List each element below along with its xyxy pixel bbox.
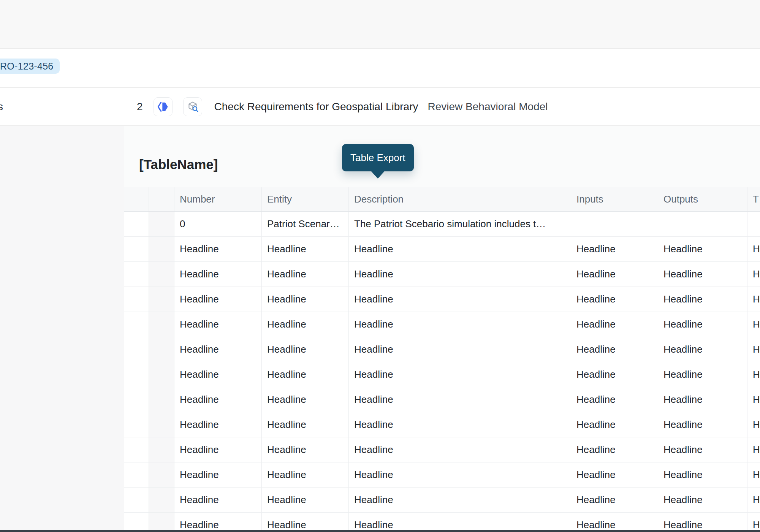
table-cell: Headline xyxy=(262,513,349,532)
table-cell: Headline xyxy=(349,362,571,387)
table-cell: Headline xyxy=(571,287,658,312)
table-cell: Headline xyxy=(658,287,747,312)
cube-search-icon xyxy=(187,101,199,113)
table-cell: Headline xyxy=(571,387,658,412)
table-cell: Headline xyxy=(262,262,349,287)
table-cell: Headline xyxy=(571,462,658,487)
column-header[interactable]: Entity xyxy=(262,187,349,211)
table-cell xyxy=(149,412,174,437)
table-row[interactable]: HeadlineHeadlineHeadlineHeadlineHeadline… xyxy=(124,387,760,412)
table-row[interactable]: HeadlineHeadlineHeadlineHeadlineHeadline… xyxy=(124,312,760,337)
hexagon-button[interactable] xyxy=(154,97,173,116)
tooltip-label: Table Export xyxy=(350,152,405,164)
table-cell: Headline xyxy=(658,488,747,512)
table-row[interactable]: HeadlineHeadlineHeadlineHeadlineHeadline… xyxy=(124,437,760,462)
column-header[interactable]: Description xyxy=(349,187,571,211)
table-cell: Headline xyxy=(747,262,760,287)
badge-row: RO-123-456 xyxy=(0,49,760,87)
table-cell: Headline xyxy=(174,287,262,312)
table-header-row: NumberEntityDescriptionInputsOutputsT xyxy=(124,187,760,212)
table-cell: Headline xyxy=(747,287,760,312)
table-cell xyxy=(149,312,174,337)
table-cell xyxy=(149,387,174,412)
tab-check-requirements[interactable]: Check Requirements for Geospatial Librar… xyxy=(214,101,418,113)
table-cell: Headline xyxy=(349,237,571,261)
table-cell: Headline xyxy=(174,437,262,462)
table-cell: Headline xyxy=(747,462,760,487)
table-row[interactable]: HeadlineHeadlineHeadlineHeadlineHeadline… xyxy=(124,412,760,437)
table-cell: Headline xyxy=(571,488,658,512)
table-cell: Patriot Scenar… xyxy=(262,212,349,236)
table-row[interactable]: HeadlineHeadlineHeadlineHeadlineHeadline… xyxy=(124,237,760,262)
table-cell xyxy=(747,212,760,236)
table-cell xyxy=(149,488,174,512)
table-cell xyxy=(124,437,149,462)
table-row[interactable]: HeadlineHeadlineHeadlineHeadlineHeadline… xyxy=(124,513,760,532)
table-cell: Headline xyxy=(262,462,349,487)
table-cell xyxy=(124,412,149,437)
table-cell xyxy=(124,387,149,412)
table-cell: Headline xyxy=(174,387,262,412)
id-badge[interactable]: RO-123-456 xyxy=(0,59,60,74)
table-cell: Headline xyxy=(349,287,571,312)
item-count: 2 xyxy=(137,101,143,113)
table-cell: Headline xyxy=(658,362,747,387)
column-header[interactable] xyxy=(124,187,149,211)
main-row: [TableName] Table Export NumberEntityDes… xyxy=(0,126,760,532)
table-row[interactable]: HeadlineHeadlineHeadlineHeadlineHeadline… xyxy=(124,362,760,387)
table-cell: Headline xyxy=(262,287,349,312)
data-table: NumberEntityDescriptionInputsOutputsT0Pa… xyxy=(124,187,760,532)
table-cell: Headline xyxy=(747,513,760,532)
table-cell xyxy=(149,337,174,362)
header-band: s 2 Check Requirements for Geospatial Li… xyxy=(0,87,760,126)
table-cell: Headline xyxy=(174,513,262,532)
top-band xyxy=(0,0,760,49)
table-cell: Headline xyxy=(174,412,262,437)
table-cell: Headline xyxy=(658,262,747,287)
column-header[interactable]: Outputs xyxy=(658,187,747,211)
table-row[interactable]: HeadlineHeadlineHeadlineHeadlineHeadline… xyxy=(124,462,760,488)
table-cell: Headline xyxy=(747,337,760,362)
table-cell: Headline xyxy=(174,462,262,487)
table-row[interactable]: HeadlineHeadlineHeadlineHeadlineHeadline… xyxy=(124,337,760,362)
table-cell: Headline xyxy=(349,462,571,487)
table-cell xyxy=(124,287,149,312)
table-row[interactable]: HeadlineHeadlineHeadlineHeadlineHeadline… xyxy=(124,488,760,513)
table-row[interactable]: HeadlineHeadlineHeadlineHeadlineHeadline… xyxy=(124,262,760,287)
table-cell: Headline xyxy=(349,387,571,412)
table-cell xyxy=(124,237,149,261)
column-header[interactable]: Inputs xyxy=(571,187,658,211)
table-cell: Headline xyxy=(174,312,262,337)
table-cell: Headline xyxy=(349,262,571,287)
table-cell xyxy=(124,513,149,532)
table-cell: Headline xyxy=(262,237,349,261)
table-cell: Headline xyxy=(571,362,658,387)
table-title-area: [TableName] Table Export xyxy=(124,126,760,187)
table-title: [TableName] xyxy=(139,157,218,172)
column-header[interactable]: Number xyxy=(174,187,262,211)
table-row[interactable]: 0Patriot Scenar…The Patriot Scebario sim… xyxy=(124,212,760,237)
column-header[interactable]: T xyxy=(747,187,760,211)
table-cell: Headline xyxy=(658,462,747,487)
table-cell: Headline xyxy=(747,237,760,261)
column-header[interactable] xyxy=(149,187,174,211)
table-cell xyxy=(124,262,149,287)
table-cell: Headline xyxy=(262,412,349,437)
table-cell: Headline xyxy=(658,312,747,337)
table-cell: Headline xyxy=(658,437,747,462)
table-cell: Headline xyxy=(174,262,262,287)
content-panel: [TableName] Table Export NumberEntityDes… xyxy=(124,126,760,532)
table-cell: Headline xyxy=(262,362,349,387)
table-cell: Headline xyxy=(747,412,760,437)
table-cell xyxy=(149,262,174,287)
table-row[interactable]: HeadlineHeadlineHeadlineHeadlineHeadline… xyxy=(124,287,760,312)
table-cell: Headline xyxy=(262,387,349,412)
tab-review-behavioral-model[interactable]: Review Behavioral Model xyxy=(428,101,548,113)
table-cell: Headline xyxy=(571,237,658,261)
table-cell: Headline xyxy=(349,513,571,532)
model-search-button[interactable] xyxy=(183,97,202,116)
table-cell xyxy=(571,212,658,236)
table-cell xyxy=(124,362,149,387)
table-cell xyxy=(149,212,174,236)
table-cell xyxy=(124,312,149,337)
